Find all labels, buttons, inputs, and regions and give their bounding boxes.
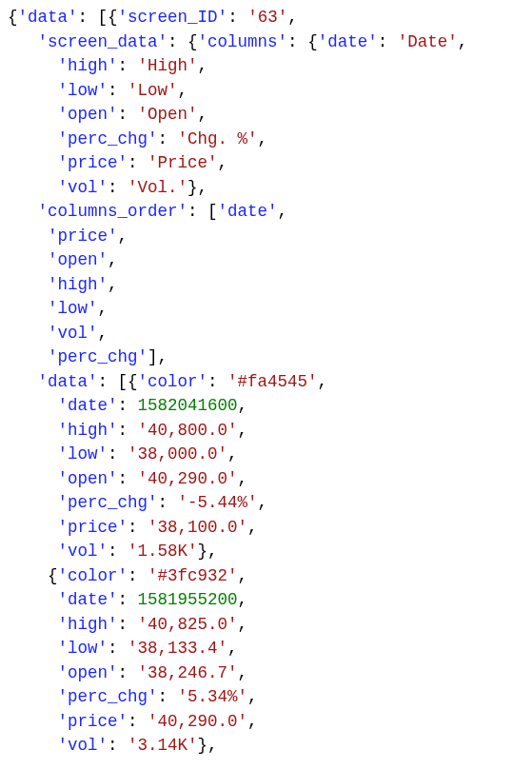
code-dump: {'data': [{'screen_ID': '63', 'screen_da… [0,0,532,764]
